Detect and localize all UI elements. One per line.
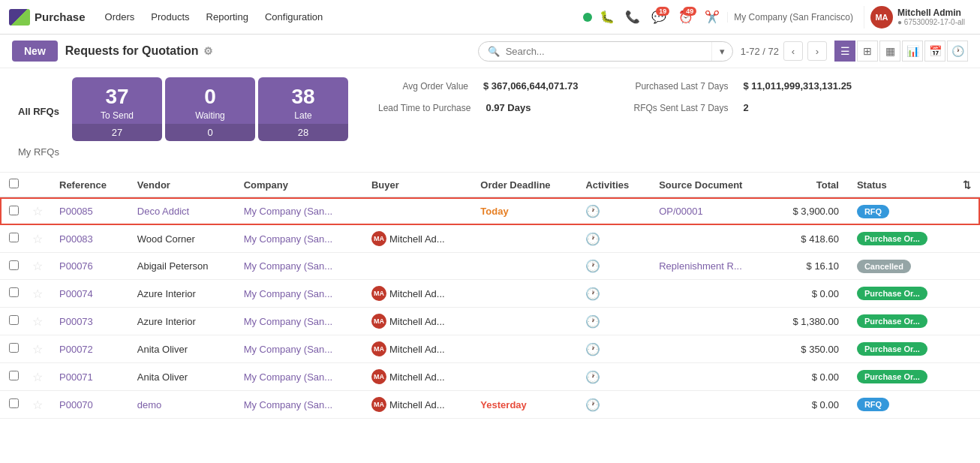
row-checkbox[interactable] [9, 233, 19, 242]
row-reference[interactable]: P00071 [50, 363, 128, 391]
app-logo[interactable]: Purchase [9, 9, 86, 26]
row-activities[interactable]: 🕐 [576, 391, 650, 419]
user-info[interactable]: MA Mitchell Admin ● 67530092-17-0-all [864, 6, 971, 29]
scissors-icon[interactable]: ✂️ [702, 7, 723, 28]
table-row[interactable]: ☆P00073Azure InteriorMy Company (San...M… [0, 308, 980, 335]
star-icon[interactable]: ☆ [32, 287, 43, 300]
phone-icon[interactable]: 📞 [622, 7, 643, 28]
row-reference[interactable]: P00074 [50, 280, 128, 308]
row-company[interactable]: My Company (San... [235, 253, 362, 280]
kanban-view-button[interactable]: ⊞ [857, 41, 878, 62]
row-reference[interactable]: P00085 [50, 197, 128, 225]
row-reference[interactable]: P00072 [50, 335, 128, 363]
row-checkbox[interactable] [9, 287, 19, 297]
row-vendor[interactable]: Abigail Peterson [128, 253, 235, 280]
star-icon[interactable]: ☆ [32, 371, 43, 383]
late-card[interactable]: 38 Late 28 [258, 77, 348, 141]
row-company[interactable]: My Company (San... [235, 335, 362, 363]
gear-icon[interactable]: ⚙ [203, 45, 213, 57]
col-source-doc[interactable]: Source Document [650, 173, 771, 197]
nav-reporting[interactable]: Reporting [199, 7, 256, 27]
to-send-card[interactable]: 37 To Send 27 [72, 77, 162, 141]
row-vendor[interactable]: Anita Oliver [128, 363, 235, 391]
table-view-button[interactable]: ▦ [879, 41, 900, 62]
row-reference[interactable]: P00070 [50, 391, 128, 419]
next-page-button[interactable]: › [807, 41, 827, 61]
col-company[interactable]: Company [235, 173, 362, 197]
waiting-card[interactable]: 0 Waiting 0 [165, 77, 255, 141]
prev-page-button[interactable]: ‹ [783, 41, 803, 61]
row-source-doc[interactable] [650, 363, 771, 391]
row-reference[interactable]: P00083 [50, 225, 128, 253]
star-icon[interactable]: ☆ [32, 205, 43, 218]
row-company[interactable]: My Company (San... [235, 225, 362, 253]
col-status[interactable]: Status [848, 173, 954, 197]
row-source-doc[interactable] [650, 335, 771, 363]
table-row[interactable]: ☆P00074Azure InteriorMy Company (San...M… [0, 280, 980, 308]
col-buyer[interactable]: Buyer [362, 173, 471, 197]
nav-orders[interactable]: Orders [98, 7, 143, 27]
row-reference[interactable]: P00073 [50, 308, 128, 335]
row-vendor[interactable]: Azure Interior [128, 308, 235, 335]
row-activities[interactable]: 🕐 [576, 253, 650, 280]
chart-view-button[interactable]: 📊 [902, 41, 923, 62]
row-activities[interactable]: 🕐 [576, 197, 650, 225]
row-checkbox[interactable] [9, 398, 19, 408]
row-reference[interactable]: P00076 [50, 253, 128, 280]
row-checkbox[interactable] [9, 371, 19, 380]
row-company[interactable]: My Company (San... [235, 363, 362, 391]
row-company[interactable]: My Company (San... [235, 308, 362, 335]
table-row[interactable]: ☆P00085Deco AddictMy Company (San...Toda… [0, 197, 980, 225]
table-row[interactable]: ☆P00072Anita OliverMy Company (San...MAM… [0, 335, 980, 363]
star-icon[interactable]: ☆ [32, 315, 43, 328]
col-reference[interactable]: Reference [50, 173, 128, 197]
chat-icon[interactable]: 💬 19 [648, 6, 670, 29]
row-checkbox[interactable] [9, 260, 19, 270]
nav-products[interactable]: Products [143, 7, 197, 27]
row-source-doc[interactable]: OP/00001 [650, 197, 771, 225]
col-vendor[interactable]: Vendor [128, 173, 235, 197]
row-activities[interactable]: 🕐 [576, 308, 650, 335]
table-row[interactable]: ☆P00083Wood CornerMy Company (San...MAMi… [0, 225, 980, 253]
star-icon[interactable]: ☆ [32, 233, 43, 245]
row-checkbox[interactable] [9, 315, 19, 325]
row-vendor[interactable]: Wood Corner [128, 225, 235, 253]
star-icon[interactable]: ☆ [32, 260, 43, 272]
row-vendor[interactable]: Azure Interior [128, 280, 235, 308]
row-vendor[interactable]: demo [128, 391, 235, 419]
row-vendor[interactable]: Deco Addict [128, 197, 235, 225]
list-view-button[interactable]: ☰ [834, 41, 855, 62]
clock-icon[interactable]: ⏰ 49 [675, 6, 697, 29]
row-source-doc[interactable] [650, 308, 771, 335]
row-source-doc[interactable]: Replenishment R... [650, 253, 771, 280]
row-source-doc[interactable] [650, 391, 771, 419]
col-total[interactable]: Total [771, 173, 848, 197]
col-activities[interactable]: Activities [576, 173, 650, 197]
row-company[interactable]: My Company (San... [235, 391, 362, 419]
row-checkbox[interactable] [9, 206, 19, 215]
row-company[interactable]: My Company (San... [235, 280, 362, 308]
my-rfqs-tab[interactable]: My RFQs [12, 137, 72, 166]
table-row[interactable]: ☆P00076Abigail PetersonMy Company (San..… [0, 253, 980, 280]
bug-icon[interactable]: 🐛 [597, 7, 618, 28]
col-settings[interactable]: ⇅ [954, 173, 980, 197]
star-icon[interactable]: ☆ [32, 398, 43, 411]
search-dropdown-arrow[interactable]: ▾ [711, 42, 732, 61]
select-all-checkbox[interactable] [9, 179, 19, 188]
calendar-view-button[interactable]: 📅 [924, 41, 945, 62]
all-rfqs-tab[interactable]: All RFQs [12, 85, 72, 137]
row-vendor[interactable]: Anita Oliver [128, 335, 235, 363]
new-button[interactable]: New [12, 41, 58, 62]
row-source-doc[interactable] [650, 225, 771, 253]
table-row[interactable]: ☆P00071Anita OliverMy Company (San...MAM… [0, 363, 980, 391]
search-input[interactable] [506, 42, 711, 61]
row-activities[interactable]: 🕐 [576, 363, 650, 391]
activity-view-button[interactable]: 🕐 [947, 41, 968, 62]
company-info[interactable]: My Company (San Francisco) [727, 12, 859, 23]
row-source-doc[interactable] [650, 280, 771, 308]
row-activities[interactable]: 🕐 [576, 280, 650, 308]
row-activities[interactable]: 🕐 [576, 225, 650, 253]
star-icon[interactable]: ☆ [32, 343, 43, 356]
row-company[interactable]: My Company (San... [235, 197, 362, 225]
table-row[interactable]: ☆P00070demoMy Company (San...MAMitchell … [0, 391, 980, 419]
